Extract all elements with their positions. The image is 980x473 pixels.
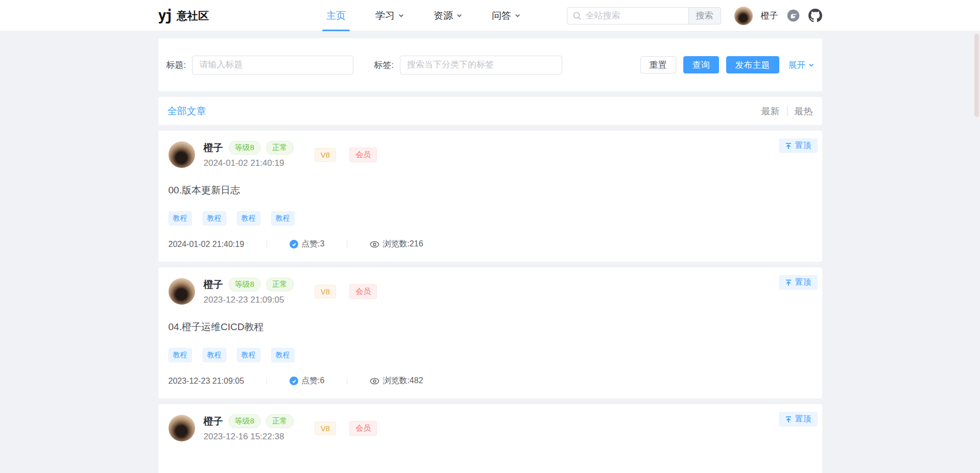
author-avatar[interactable]	[169, 278, 195, 305]
chevron-down-icon	[398, 13, 404, 18]
topic-tag[interactable]: 教程	[203, 348, 226, 362]
topic-tag[interactable]: 教程	[271, 348, 295, 362]
topic-tag[interactable]: 教程	[203, 211, 226, 226]
vip-badge: V8	[315, 148, 336, 162]
views-count: 浏览数:482	[383, 376, 423, 386]
post-datetime: 2023-12-16 15:22:38	[204, 432, 294, 442]
nav-item-label: 学习	[375, 9, 395, 22]
site-title: 意社区	[177, 9, 209, 23]
filter-actions: 重置 查询 发布主题 展开	[640, 56, 814, 73]
github-icon[interactable]	[808, 9, 822, 22]
user-avatar[interactable]	[734, 7, 753, 25]
post-header: 橙子 等级8 正常 2024-01-02 21:40:19 V8 会员	[169, 141, 812, 168]
pin-top-label: 置顶	[795, 140, 811, 151]
likes-stat: 点赞:6	[290, 376, 324, 386]
vip-badge: V8	[315, 421, 336, 435]
nav-item-home[interactable]: 主页	[326, 0, 346, 31]
status-badge: 正常	[266, 414, 294, 428]
gitee-icon[interactable]	[786, 9, 800, 22]
pin-top-icon	[785, 416, 792, 423]
author-name[interactable]: 橙子	[204, 141, 223, 155]
query-button[interactable]: 查询	[683, 56, 719, 73]
likes-count: 点赞:3	[301, 239, 324, 250]
author-avatar[interactable]	[169, 415, 195, 441]
all-articles-link[interactable]: 全部文章	[168, 105, 206, 118]
eye-icon	[370, 241, 379, 248]
member-badge: 会员	[349, 284, 377, 299]
search-icon	[572, 11, 582, 20]
member-badge: 会员	[349, 421, 377, 436]
meta-date: 2024-01-02 21:40:19	[169, 240, 245, 249]
title-filter-input[interactable]	[192, 56, 353, 74]
level-badge: 等级8	[229, 278, 260, 291]
topic-tag[interactable]: 教程	[169, 348, 192, 362]
post-datetime: 2023-12-23 21:09:05	[204, 295, 294, 305]
likes-stat: 点赞:3	[290, 239, 324, 250]
scrollbar-thumb[interactable]	[974, 34, 979, 117]
author-name[interactable]: 橙子	[204, 415, 223, 428]
pin-top-icon	[785, 279, 792, 286]
level-badge: 等级8	[229, 414, 260, 428]
topic-tag[interactable]: 教程	[237, 348, 260, 362]
filter-bar: 标题: 标签: 重置 查询 发布主题 展开	[158, 38, 822, 91]
topic-tag[interactable]: 教程	[271, 211, 295, 226]
like-check-icon	[290, 377, 298, 385]
meta-divider	[267, 240, 267, 248]
username[interactable]: 橙子	[761, 10, 778, 21]
member-badge: 会员	[349, 147, 377, 162]
author-name[interactable]: 橙子	[204, 278, 223, 291]
scrollbar-track[interactable]	[974, 32, 979, 473]
active-tab-underline	[322, 30, 350, 31]
meta-divider	[267, 377, 267, 385]
post-header: 橙子 等级8 正常 2023-12-16 15:22:38 V8 会员	[169, 414, 812, 442]
main-nav: 主页 学习 资源 问答	[326, 0, 520, 31]
post-title[interactable]: 04.橙子运维CICD教程	[169, 320, 812, 334]
meta-divider	[347, 240, 347, 248]
views-stat: 浏览数:482	[370, 376, 423, 386]
eye-icon	[370, 378, 379, 385]
user-area: 橙子	[734, 7, 822, 25]
pin-top-button[interactable]: 置顶	[779, 412, 818, 427]
tag-filter-label: 标签:	[374, 59, 394, 71]
sort-hottest[interactable]: 最热	[795, 105, 813, 117]
publish-topic-button[interactable]: 发布主题	[726, 56, 779, 73]
chevron-down-icon	[457, 13, 462, 18]
nav-item-learn[interactable]: 学习	[375, 0, 404, 31]
views-count: 浏览数:216	[383, 239, 423, 250]
topic-tags: 教程 教程 教程 教程	[169, 211, 812, 226]
pin-top-button[interactable]: 置顶	[779, 275, 818, 290]
meta-date: 2023-12-23 21:09:05	[169, 377, 245, 386]
like-check-icon	[290, 240, 298, 248]
nav-item-label: 主页	[326, 9, 346, 22]
post-card: 置顶 橙子 等级8 正常 2024-01-02 21:40:19 V8 会员 0…	[158, 131, 822, 262]
sort-newest[interactable]: 最新	[761, 105, 780, 117]
list-header: 全部文章 最新 最热	[158, 97, 822, 125]
expand-toggle[interactable]: 展开	[788, 59, 814, 71]
pin-top-label: 置顶	[795, 277, 811, 288]
topic-tag[interactable]: 教程	[237, 211, 260, 226]
nav-item-label: 问答	[492, 9, 511, 22]
search-input[interactable]	[567, 7, 688, 24]
meta-divider	[347, 377, 347, 385]
post-title[interactable]: 00.版本更新日志	[169, 184, 812, 197]
pin-top-label: 置顶	[795, 414, 811, 425]
likes-count: 点赞:6	[301, 376, 324, 386]
search-button[interactable]: 搜索	[688, 7, 721, 24]
top-navbar: yj 意社区 主页 学习 资源 问答	[0, 0, 980, 32]
pin-top-button[interactable]: 置顶	[779, 138, 818, 153]
post-meta: 2024-01-02 21:40:19 点赞:3 浏览数:216	[169, 239, 812, 250]
post-meta: 2023-12-23 21:09:05 点赞:6 浏览数:482	[169, 376, 812, 386]
nav-item-resources[interactable]: 资源	[434, 0, 462, 31]
post-header: 橙子 等级8 正常 2023-12-23 21:09:05 V8 会员	[169, 278, 812, 305]
author-avatar[interactable]	[169, 141, 195, 168]
tag-filter-input[interactable]	[400, 56, 562, 74]
nav-item-qa[interactable]: 问答	[492, 0, 520, 31]
reset-button[interactable]: 重置	[640, 56, 676, 73]
topic-tag[interactable]: 教程	[169, 211, 192, 226]
chevron-down-icon	[808, 62, 814, 68]
site-logo[interactable]: yj 意社区	[158, 8, 209, 23]
post-card: 置顶 橙子 等级8 正常 2023-12-23 21:09:05 V8 会员 0…	[158, 267, 822, 399]
pin-top-icon	[785, 142, 792, 150]
status-badge: 正常	[266, 141, 294, 155]
post-card: 置顶 橙子 等级8 正常 2023-12-16 15:22:38 V8 会员	[158, 404, 822, 473]
